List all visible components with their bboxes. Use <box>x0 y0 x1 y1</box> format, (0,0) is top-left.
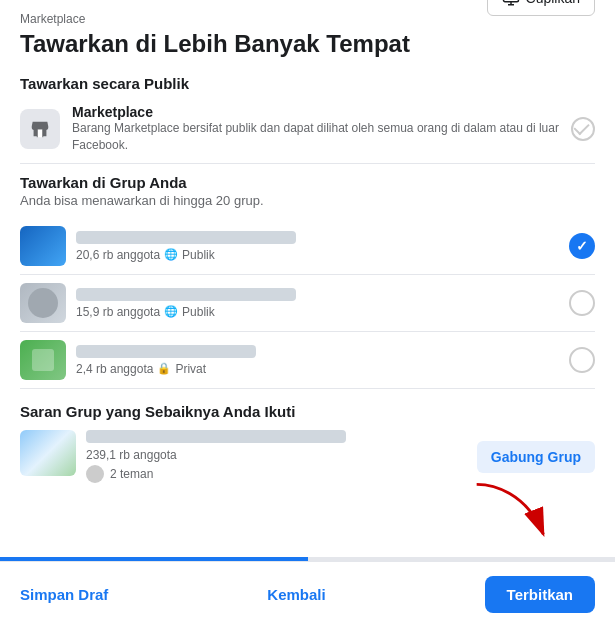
group-info-3: 2,4 rb anggota 🔒 Privat <box>76 345 569 376</box>
suggested-members: 239,1 rb anggota <box>86 448 467 462</box>
cuplikan-button[interactable]: Cuplikan <box>487 0 595 16</box>
svg-rect-0 <box>503 0 518 2</box>
shop-icon <box>29 118 51 140</box>
marketplace-check-icon <box>571 117 595 141</box>
marketplace-row: Marketplace Barang Marketplace bersifat … <box>20 94 595 165</box>
globe-icon-1: 🌐 <box>164 248 178 261</box>
page-title: Tawarkan di Lebih Banyak Tempat <box>20 30 595 59</box>
group-name-blur-1 <box>76 231 296 244</box>
marketplace-text: Marketplace Barang Marketplace bersifat … <box>72 104 571 154</box>
group-info-1: 20,6 rb anggota 🌐 Publik <box>76 231 569 262</box>
group-name-blur-3 <box>76 345 256 358</box>
gabung-grup-button[interactable]: Gabung Grup <box>477 441 595 473</box>
group-info-2: 15,9 rb anggota 🌐 Publik <box>76 288 569 319</box>
kembali-button[interactable]: Kembali <box>267 586 325 603</box>
group-meta-1: 20,6 rb anggota 🌐 Publik <box>76 248 569 262</box>
monitor-icon <box>502 0 520 7</box>
marketplace-desc: Barang Marketplace bersifat publik dan d… <box>72 120 571 154</box>
group-check-empty-2[interactable] <box>569 290 595 316</box>
public-section-title: Tawarkan secara Publik <box>20 75 595 92</box>
group-thumb-2 <box>20 283 66 323</box>
suggested-friends: 2 teman <box>86 465 467 483</box>
globe-icon-2: 🌐 <box>164 305 178 318</box>
suggested-section: Saran Grup yang Sebaiknya Anda Ikuti 239… <box>20 403 595 491</box>
group-meta-2: 15,9 rb anggota 🌐 Publik <box>76 305 569 319</box>
group-check-selected[interactable] <box>569 233 595 259</box>
group-row-3[interactable]: 2,4 rb anggota 🔒 Privat <box>20 332 595 389</box>
group-name-blur-2 <box>76 288 296 301</box>
terbitkan-button[interactable]: Terbitkan <box>485 576 595 613</box>
group-row-2[interactable]: 15,9 rb anggota 🌐 Publik <box>20 275 595 332</box>
page-wrapper: Marketplace Cuplikan Tawarkan di Lebih B… <box>0 0 615 627</box>
group-section: Tawarkan di Grup Anda Anda bisa menawark… <box>20 174 595 389</box>
marketplace-name: Marketplace <box>72 104 571 120</box>
suggested-section-title: Saran Grup yang Sebaiknya Anda Ikuti <box>20 403 595 420</box>
group-row[interactable]: 20,6 rb anggota 🌐 Publik <box>20 218 595 275</box>
suggested-name-blur <box>86 430 346 443</box>
footer: Simpan Draf Kembali Terbitkan <box>0 561 615 627</box>
group-section-subtitle: Anda bisa menawarkan di hingga 20 grup. <box>20 193 595 208</box>
group-thumb-3 <box>20 340 66 380</box>
group-check-empty-3[interactable] <box>569 347 595 373</box>
friend-avatar <box>86 465 104 483</box>
main-content: Marketplace Cuplikan Tawarkan di Lebih B… <box>0 0 615 541</box>
group-meta-3: 2,4 rb anggota 🔒 Privat <box>76 362 569 376</box>
suggested-thumb <box>20 430 76 476</box>
group-thumb-1 <box>20 226 66 266</box>
suggested-info: 239,1 rb anggota 2 teman <box>86 430 467 483</box>
suggested-row: 239,1 rb anggota 2 teman Gabung Grup <box>20 422 595 491</box>
simpan-draf-button[interactable]: Simpan Draf <box>20 586 108 603</box>
lock-icon-3: 🔒 <box>157 362 171 375</box>
marketplace-icon <box>20 109 60 149</box>
group-section-title: Tawarkan di Grup Anda <box>20 174 595 191</box>
